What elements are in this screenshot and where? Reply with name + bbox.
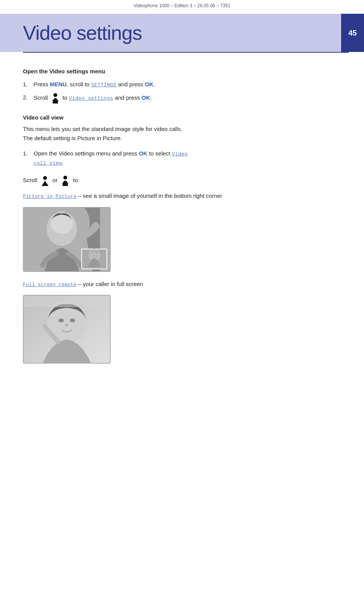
scroll-down-icon-2 (60, 175, 71, 186)
pip-desc-text: – see a small image of yourself in the b… (78, 192, 222, 199)
pip-label: Picture in Picture (23, 194, 76, 199)
fsr-desc-line: Full screen remote – your caller in full… (23, 280, 341, 289)
vcv-steps: 1. Open the Video settings menu and pres… (23, 149, 341, 167)
ok-keyword-3: OK (139, 150, 148, 157)
fsr-svg (24, 296, 110, 363)
step-2-num: 2. (23, 93, 34, 102)
video-settings-link: Video settings (69, 95, 113, 101)
step-1-content: Press MENU, scroll to SETTINGS and press… (34, 80, 341, 89)
title-section: Video settings 45 (0, 14, 364, 52)
vcv-step-1-num: 1. (23, 149, 34, 158)
svg-point-2 (63, 176, 67, 180)
step-2: 2. Scroll to Video settings and press OK… (23, 93, 341, 104)
vcv-step-1-content: Open the Video settings menu and press O… (34, 149, 341, 167)
svg-point-11 (58, 319, 64, 322)
svg-point-1 (43, 176, 47, 180)
main-content: Open the Video settings menu 1. Press ME… (0, 53, 364, 387)
open-menu-steps: 1. Press MENU, scroll to SETTINGS and pr… (23, 80, 341, 104)
svg-point-0 (53, 93, 57, 97)
fsr-desc-text: – your caller in full screen (78, 281, 143, 287)
ok-keyword-2: OK (142, 94, 150, 101)
scroll-icons-line: Scroll or to: (23, 175, 341, 186)
pip-svg (24, 208, 110, 271)
svg-point-5 (50, 212, 73, 234)
step-1-num: 1. (23, 80, 34, 89)
svg-rect-13 (24, 296, 110, 307)
header-bar: Videophone 1000 – Edition 3 – 26.05.06 –… (0, 0, 364, 10)
vcv-step-1: 1. Open the Video settings menu and pres… (23, 149, 341, 167)
menu-keyword: MENU (50, 81, 67, 87)
ok-keyword-1: OK (145, 81, 154, 87)
fsr-illustration (23, 295, 111, 364)
scroll-up-icon (40, 175, 50, 186)
svg-point-12 (70, 319, 75, 322)
pip-desc-line: Picture in Picture – see a small image o… (23, 191, 341, 201)
header-title: Videophone 1000 – Edition 3 – 26.05.06 –… (134, 3, 230, 8)
settings-link: SETTINGS (91, 82, 116, 88)
fsr-label: Full screen remote (23, 282, 76, 288)
title-text-area: Video settings (0, 14, 341, 52)
video-call-view-heading: Video call view (23, 114, 341, 121)
open-menu-heading: Open the Video settings menu (23, 68, 341, 74)
step-1: 1. Press MENU, scroll to SETTINGS and pr… (23, 80, 341, 89)
page-title: Video settings (23, 21, 142, 44)
video-call-view-link: Videocall view (34, 151, 188, 166)
video-call-view-desc: This menu lets you set the standard imag… (23, 125, 341, 143)
pip-illustration (23, 207, 111, 272)
scroll-down-icon (50, 93, 61, 104)
step-2-content: Scroll to Video settings and press OK. (34, 93, 341, 104)
page-number-tab: 45 (341, 14, 364, 52)
